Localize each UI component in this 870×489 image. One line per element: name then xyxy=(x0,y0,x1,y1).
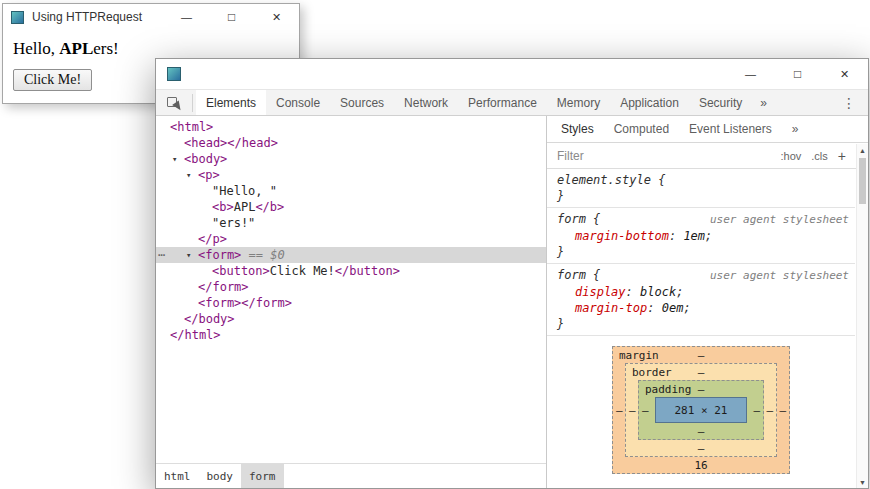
close-button[interactable]: ✕ xyxy=(254,4,299,30)
inspect-element-icon[interactable] xyxy=(166,95,183,111)
new-style-rule-button[interactable]: + xyxy=(838,148,846,164)
click-me-button[interactable]: Click Me! xyxy=(13,69,92,91)
rule-close-brace: } xyxy=(557,316,849,332)
expand-arrow-icon[interactable]: ▾ xyxy=(172,151,184,167)
style-rule-header: form {user agent stylesheet xyxy=(557,267,849,284)
devtools-tab-bar: ElementsConsoleSourcesNetworkPerformance… xyxy=(156,89,868,116)
devtools-app-icon xyxy=(167,67,181,81)
tab-sources[interactable]: Sources xyxy=(330,90,394,115)
breadcrumb-item-html[interactable]: html xyxy=(156,464,199,488)
sidebar-tab-computed[interactable]: Computed xyxy=(604,116,679,142)
dom-tree-row[interactable]: </html> xyxy=(156,327,546,343)
sidebar-tabs-overflow-button[interactable]: » xyxy=(782,116,809,142)
margin-left-value[interactable]: – xyxy=(616,404,623,417)
box-model-border[interactable]: border – – – – padding – – – – 28 xyxy=(625,363,777,457)
dom-tree-row[interactable]: <b>APL</b> xyxy=(156,199,546,215)
dom-tree-row[interactable]: </form> xyxy=(156,279,546,295)
border-bottom-value[interactable]: – xyxy=(626,442,776,455)
maximize-button[interactable]: □ xyxy=(774,59,821,89)
indent-spacer xyxy=(156,287,186,288)
box-model-padding[interactable]: padding – – – – 281 × 21 xyxy=(638,380,764,440)
dom-tree-row[interactable]: <html> xyxy=(156,119,546,135)
border-left-value[interactable]: – xyxy=(629,404,636,417)
style-declaration[interactable]: margin-top: 0em; xyxy=(557,300,849,316)
breadcrumb-item-body[interactable]: body xyxy=(199,464,242,488)
tab-application[interactable]: Application xyxy=(610,90,689,115)
sidebar-tab-styles[interactable]: Styles xyxy=(551,116,604,142)
dom-token: "Hello, " xyxy=(212,183,277,199)
dom-tree-row[interactable]: ⋯▾<form> == $0 xyxy=(156,247,546,263)
dom-tree-row[interactable]: <button>Click Me!</button> xyxy=(156,263,546,279)
padding-bottom-value[interactable]: – xyxy=(639,425,763,438)
sidebar-tab-event-listeners[interactable]: Event Listeners xyxy=(679,116,782,142)
scroll-up-icon[interactable]: ▲ xyxy=(857,144,868,156)
padding-top-value[interactable]: – xyxy=(639,383,763,396)
tab-network[interactable]: Network xyxy=(394,90,458,115)
tab-memory[interactable]: Memory xyxy=(547,90,610,115)
margin-bottom-value[interactable]: 16 xyxy=(613,459,789,472)
dom-tree-row[interactable]: </p> xyxy=(156,231,546,247)
cls-toggle[interactable]: .cls xyxy=(811,150,828,162)
dom-tree-row[interactable]: </body> xyxy=(156,311,546,327)
dom-token: <head></head> xyxy=(184,135,278,151)
expand-arrow-icon[interactable]: ▾ xyxy=(186,247,198,263)
indent-spacer xyxy=(156,271,200,272)
declaration-value: 1em xyxy=(683,229,705,243)
dom-token: </html> xyxy=(170,327,221,343)
tab-performance[interactable]: Performance xyxy=(458,90,547,115)
dom-tree-row[interactable]: ▾<p> xyxy=(156,167,546,183)
greeting-suffix: ers! xyxy=(93,39,118,58)
indent-spacer xyxy=(156,303,186,304)
tab-security[interactable]: Security xyxy=(689,90,752,115)
dom-token: "ers!" xyxy=(212,215,255,231)
hov-toggle[interactable]: :hov xyxy=(781,150,802,162)
margin-right-value[interactable]: – xyxy=(779,404,786,417)
breadcrumb-item-form[interactable]: form xyxy=(241,464,284,488)
dom-tree-row[interactable]: "ers!" xyxy=(156,215,546,231)
expand-arrow-icon[interactable]: ▾ xyxy=(186,167,198,183)
style-rules: element.style {}form {user agent stylesh… xyxy=(547,169,855,336)
declaration-value: block xyxy=(640,285,676,299)
minimize-button[interactable]: — xyxy=(164,4,209,30)
box-model-content[interactable]: 281 × 21 xyxy=(655,397,747,423)
rule-selector[interactable]: element.style { xyxy=(557,172,665,188)
scroll-down-icon[interactable]: ▼ xyxy=(857,476,868,488)
rule-selector[interactable]: form { xyxy=(557,267,600,284)
rule-close-brace: } xyxy=(557,188,849,204)
tab-elements[interactable]: Elements xyxy=(196,90,266,115)
style-declaration[interactable]: display: block; xyxy=(557,284,849,300)
border-top-value[interactable]: – xyxy=(626,366,776,379)
devtools-main: <html><head></head>▾<body>▾<p>"Hello, "<… xyxy=(156,116,868,488)
dom-token: </button> xyxy=(335,263,400,279)
style-declaration[interactable]: margin-bottom: 1em; xyxy=(557,228,849,244)
dom-tree-row[interactable]: "Hello, " xyxy=(156,183,546,199)
rule-selector[interactable]: form { xyxy=(557,211,600,228)
close-button[interactable]: ✕ xyxy=(821,59,868,89)
tabs-overflow-button[interactable]: » xyxy=(752,96,775,110)
maximize-button[interactable]: □ xyxy=(209,4,254,30)
scrollbar-thumb[interactable] xyxy=(859,158,866,204)
declaration-property: display xyxy=(575,285,626,299)
minimize-button[interactable]: — xyxy=(727,59,774,89)
row-more-icon[interactable]: ⋯ xyxy=(158,247,165,263)
stylesheet-origin: user agent stylesheet xyxy=(710,211,849,228)
declaration-property: margin-bottom xyxy=(575,229,669,243)
dom-tree-row[interactable]: ▾<body> xyxy=(156,151,546,167)
greeting-bold: APL xyxy=(59,39,93,58)
dom-tree-row[interactable]: <form></form> xyxy=(156,295,546,311)
breadcrumb: htmlbodyform xyxy=(156,463,546,488)
declaration-value: 0em xyxy=(662,301,684,315)
dom-tree-row[interactable]: <head></head> xyxy=(156,135,546,151)
tab-console[interactable]: Console xyxy=(266,90,330,115)
dom-token: <html> xyxy=(170,119,213,135)
devtools-menu-icon[interactable]: ⋮ xyxy=(842,95,856,111)
indent-spacer xyxy=(156,207,200,208)
box-model-margin[interactable]: margin – – – 16 border – – – – padding xyxy=(612,346,790,474)
filter-input[interactable] xyxy=(557,149,771,163)
padding-left-value[interactable]: – xyxy=(642,404,649,417)
padding-right-value[interactable]: – xyxy=(753,404,760,417)
margin-top-value[interactable]: – xyxy=(613,349,789,362)
sidebar-tabs: StylesComputedEvent Listeners xyxy=(551,116,782,142)
styles-scrollbar[interactable]: ▲ ▼ xyxy=(856,144,868,488)
border-right-value[interactable]: – xyxy=(766,404,773,417)
